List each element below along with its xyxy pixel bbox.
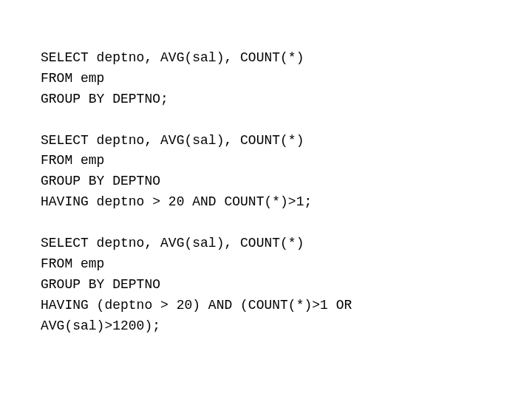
code-line: SELECT deptno, AVG(sal), COUNT(*) bbox=[41, 131, 502, 151]
code-line: FROM emp bbox=[41, 254, 502, 275]
blank-line bbox=[41, 110, 502, 131]
code-line: GROUP BY DEPTNO bbox=[41, 275, 502, 296]
code-line: SELECT deptno, AVG(sal), COUNT(*) bbox=[41, 48, 502, 69]
code-line: AVG(sal)>1200); bbox=[41, 316, 502, 337]
code-line: FROM emp bbox=[41, 151, 502, 171]
code-line: GROUP BY DEPTNO; bbox=[41, 89, 502, 110]
code-line: HAVING deptno > 20 AND COUNT(*)>1; bbox=[41, 192, 502, 213]
code-line: SELECT deptno, AVG(sal), COUNT(*) bbox=[41, 233, 502, 254]
blank-line bbox=[41, 213, 502, 233]
code-line: FROM emp bbox=[41, 69, 502, 89]
code-document: SELECT deptno, AVG(sal), COUNT(*) FROM e… bbox=[0, 0, 532, 366]
code-line: GROUP BY DEPTNO bbox=[41, 171, 502, 192]
code-line: HAVING (deptno > 20) AND (COUNT(*)>1 OR bbox=[41, 296, 502, 316]
